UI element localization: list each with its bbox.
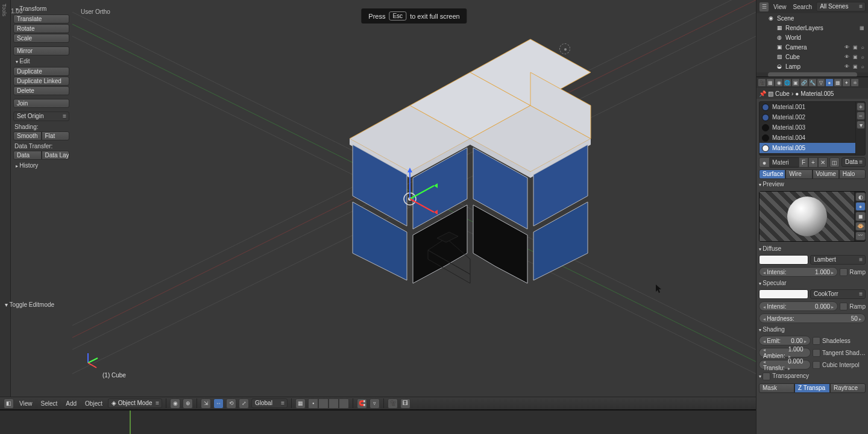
outliner-item-renderlayers[interactable]: ▦RenderLayers▦: [756, 23, 868, 33]
pin-icon[interactable]: 📌: [759, 90, 766, 97]
material-slot-material-002[interactable]: Material.002: [760, 112, 855, 122]
type-wire[interactable]: Wire: [785, 169, 812, 179]
outliner-scrollbar[interactable]: [756, 72, 868, 77]
tab-data-icon[interactable]: ▽: [817, 78, 825, 87]
specular-ramp-check[interactable]: [840, 303, 848, 310]
menu-select[interactable]: Select: [38, 400, 61, 407]
tab-constraints-icon[interactable]: 🔗: [800, 78, 808, 87]
set-origin-dropdown[interactable]: Set Origin: [13, 112, 69, 121]
transp-mask[interactable]: Mask: [759, 383, 794, 393]
translucency-field[interactable]: Translu:0.000: [759, 360, 811, 370]
menu-view[interactable]: View: [16, 400, 36, 407]
panel-shading[interactable]: Shading: [756, 324, 868, 335]
diffuse-shader-dropdown[interactable]: Lambert: [810, 255, 866, 265]
panel-edit[interactable]: Edit: [13, 56, 69, 66]
tab-physics-icon[interactable]: ⚛: [851, 78, 859, 87]
material-slot-material-003[interactable]: Material.003: [760, 122, 855, 133]
viewport-3d[interactable]: User Ortho 1.00 Press Esc to exit full s…: [72, 0, 756, 397]
shade-smooth-button[interactable]: Smooth: [13, 131, 42, 140]
panel-transparency[interactable]: Transparency: [756, 371, 868, 382]
outliner-item-world[interactable]: ◍World: [756, 33, 868, 42]
panel-history[interactable]: History: [13, 160, 69, 171]
slot-remove-icon[interactable]: −: [857, 112, 865, 120]
transp-raytrace[interactable]: Raytrace: [830, 383, 866, 393]
preview-sphere-icon[interactable]: ●: [855, 202, 866, 211]
shade-flat-button[interactable]: Flat: [42, 131, 70, 140]
duplicate-linked-button[interactable]: Duplicate Linked: [13, 77, 69, 86]
snap-target-icon[interactable]: ▿: [370, 398, 380, 409]
mirror-button[interactable]: Mirror: [13, 46, 69, 55]
tab-particles-icon[interactable]: ✦: [842, 78, 851, 87]
outliner-item-lamp[interactable]: ◒Lamp👁 ▣ ⌕: [756, 61, 868, 71]
type-halo[interactable]: Halo: [839, 169, 866, 179]
tab-texture-icon[interactable]: ▩: [834, 78, 842, 87]
diffuse-intensity[interactable]: Intensi:1.000: [759, 267, 838, 277]
tab-modifiers-icon[interactable]: 🔧: [808, 78, 817, 87]
join-button[interactable]: Join: [13, 99, 69, 108]
menu-add[interactable]: Add: [63, 400, 80, 407]
data-transfer-button[interactable]: Data: [13, 151, 42, 160]
tab-scene-icon[interactable]: ◉: [775, 78, 783, 87]
orientation-dropdown[interactable]: Global: [251, 398, 288, 408]
transp-z[interactable]: Z Transpa: [794, 383, 830, 393]
material-browse-icon[interactable]: ●: [759, 157, 770, 168]
material-slot-material-004[interactable]: Material.004: [760, 133, 855, 143]
layers-icon[interactable]: ▦: [295, 398, 306, 409]
preview-monkey-icon[interactable]: 🐵: [855, 222, 866, 231]
scale-gizmo-icon[interactable]: ⤢: [239, 398, 249, 409]
manipulator-toggle-icon[interactable]: ⇲: [201, 398, 211, 409]
render-icon[interactable]: 🎥: [388, 398, 398, 409]
delete-button[interactable]: Delete: [13, 86, 69, 95]
shadeless-check[interactable]: [813, 337, 820, 345]
outliner-menu-search[interactable]: Search: [791, 4, 815, 10]
tab-render-icon[interactable]: 🎥: [758, 78, 766, 87]
outliner-item-scene[interactable]: ◉Scene: [756, 13, 868, 23]
duplicate-button[interactable]: Duplicate: [13, 67, 69, 76]
pivot-icon[interactable]: ⊕: [183, 398, 193, 409]
unlink-material-button[interactable]: ✕: [818, 157, 828, 168]
translate-gizmo-icon[interactable]: ↔: [213, 398, 224, 409]
diffuse-color[interactable]: [759, 255, 808, 265]
mode-dropdown[interactable]: ◈ Object Mode: [108, 398, 162, 408]
preview-cube-icon[interactable]: ◼: [855, 212, 866, 221]
layer-1[interactable]: ▪: [308, 398, 318, 409]
panel-preview[interactable]: Preview: [756, 179, 868, 189]
menu-object[interactable]: Object: [82, 400, 105, 407]
tab-world-icon[interactable]: 🌐: [783, 78, 791, 87]
material-name-field[interactable]: Materi: [770, 157, 799, 168]
shading-mode-icon[interactable]: ◉: [170, 398, 180, 409]
tab-layers-icon[interactable]: ▦: [766, 78, 775, 87]
preview-hair-icon[interactable]: 〰: [855, 231, 866, 241]
diffuse-ramp-check[interactable]: [840, 268, 848, 276]
render-anim-icon[interactable]: 🎞: [400, 398, 410, 409]
outliner-menu-view[interactable]: View: [771, 4, 789, 10]
type-surface[interactable]: Surface: [759, 169, 785, 179]
tangent-check[interactable]: [813, 349, 820, 357]
outliner-item-camera[interactable]: ▣Camera👁 ▣ ⌕: [756, 42, 868, 52]
panel-specular[interactable]: Specular: [756, 278, 868, 288]
rotate-button[interactable]: Rotate: [13, 24, 69, 33]
timeline-cursor[interactable]: [130, 410, 131, 434]
cubic-check[interactable]: [813, 361, 820, 369]
layer-3[interactable]: [329, 398, 339, 409]
preview-flat-icon[interactable]: ◐: [855, 192, 866, 201]
nodes-toggle-icon[interactable]: ◫: [829, 157, 840, 168]
region-tabs[interactable]: Tools: [0, 0, 11, 398]
outliner-editor-icon[interactable]: ☰: [759, 2, 769, 12]
context-material[interactable]: Material.005: [800, 90, 834, 97]
tab-material-icon[interactable]: ●: [825, 78, 834, 87]
type-volume[interactable]: Volume: [813, 169, 839, 179]
material-slot-material-005[interactable]: Material.005: [760, 143, 855, 153]
translate-button[interactable]: Translate: [13, 14, 69, 24]
new-material-button[interactable]: +: [808, 157, 818, 168]
tab-tools[interactable]: Tools: [0, 0, 8, 20]
material-slot-material-001[interactable]: Material.001: [760, 102, 855, 112]
specular-intensity[interactable]: Intensi:0.000: [759, 301, 838, 311]
specular-shader-dropdown[interactable]: CookTorr: [810, 289, 866, 299]
layer-2[interactable]: [318, 398, 329, 409]
timeline[interactable]: [0, 410, 868, 434]
outliner-item-cube[interactable]: ▧Cube👁 ▣ ⌕: [756, 52, 868, 61]
layer-4[interactable]: [339, 398, 349, 409]
snap-icon[interactable]: 🧲: [357, 398, 367, 409]
link-dropdown[interactable]: Data: [841, 157, 866, 167]
